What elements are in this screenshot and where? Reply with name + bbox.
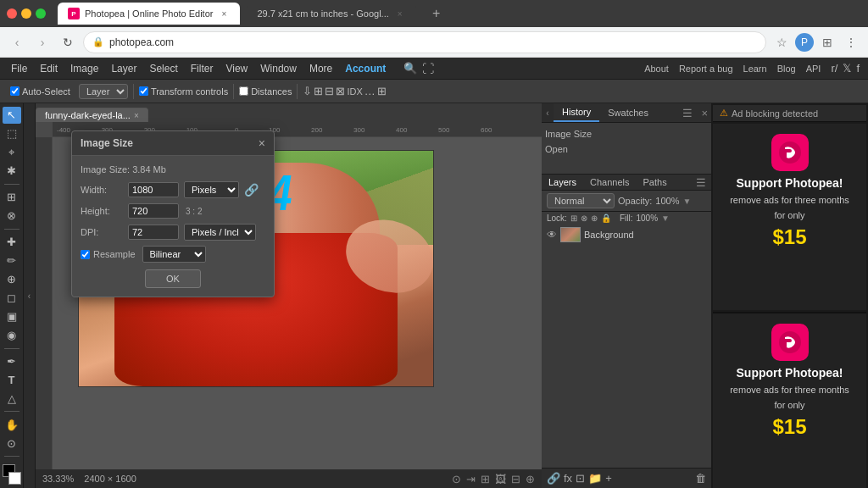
width-unit-select[interactable]: Pixels — [184, 181, 239, 198]
layers-panel-menu[interactable]: ☰ — [691, 176, 711, 189]
tool-pen[interactable]: ✒ — [3, 353, 21, 370]
api-link[interactable]: API — [806, 64, 821, 74]
status-icon-4[interactable]: 🖼 — [495, 473, 506, 485]
tool-zoom[interactable]: ⊙ — [3, 435, 21, 452]
menu-account[interactable]: Account — [339, 61, 392, 76]
status-icon-2[interactable]: ⇥ — [466, 473, 476, 485]
search-icon[interactable]: 🔍 — [403, 62, 417, 75]
ok-button[interactable]: OK — [145, 269, 201, 288]
lock-icon-3[interactable]: ⊕ — [591, 214, 598, 223]
blog-link[interactable]: Blog — [777, 64, 796, 74]
tool-heal[interactable]: ✚ — [3, 234, 21, 251]
about-link[interactable]: About — [644, 64, 669, 74]
resample-select[interactable]: Bilinear — [142, 246, 206, 263]
dpi-unit-select[interactable]: Pixels / Inch — [184, 224, 256, 241]
menu-select[interactable]: Select — [143, 61, 183, 76]
transform-controls-toggle[interactable]: Transform controls — [139, 86, 228, 97]
menu-image[interactable]: Image — [64, 61, 104, 76]
more-icon[interactable]: ⋮ — [841, 32, 861, 53]
history-item-image-size[interactable]: Image Size — [542, 126, 711, 141]
reddit-icon[interactable]: r/ — [831, 62, 837, 75]
blend-mode-select[interactable]: Normal — [547, 193, 615, 208]
report-bug-link[interactable]: Report a bug — [679, 64, 733, 74]
tab-layers[interactable]: Layers — [542, 175, 583, 190]
bg-color[interactable] — [8, 472, 21, 485]
tab-close-photopea[interactable]: × — [218, 8, 230, 19]
ad-block-1[interactable]: Support Photopea! remove ads for three m… — [713, 124, 866, 310]
address-bar[interactable]: 🔒 photopea.com — [83, 31, 766, 53]
menu-more[interactable]: More — [303, 61, 338, 76]
dpi-input[interactable] — [128, 225, 179, 240]
tab-channels[interactable]: Channels — [583, 175, 636, 190]
tool-crop[interactable]: ⊞ — [3, 189, 21, 206]
window-close[interactable] — [7, 8, 17, 19]
height-input[interactable] — [128, 203, 179, 219]
layer-link-icon[interactable]: 🔗 — [547, 472, 560, 485]
layer-mask-icon[interactable]: ⊡ — [576, 472, 585, 485]
status-icon-3[interactable]: ⊞ — [481, 473, 490, 485]
tool-select[interactable]: ⬚ — [3, 125, 21, 142]
toolbar-icon-1[interactable]: ⇩ — [303, 85, 312, 97]
tool-brush[interactable]: ✏ — [3, 252, 21, 269]
tool-shape[interactable]: △ — [3, 391, 21, 408]
bookmark-icon[interactable]: ☆ — [771, 32, 792, 53]
toolbar-icon-3[interactable]: ⊟ — [325, 85, 334, 97]
dialog-close-button[interactable]: × — [259, 136, 265, 150]
tool-text[interactable]: T — [3, 372, 21, 389]
reload-button[interactable]: ↻ — [58, 32, 78, 53]
layer-select[interactable]: Layer — [79, 84, 128, 99]
distances-toggle[interactable]: Distances — [239, 86, 292, 97]
tab-paths[interactable]: Paths — [637, 175, 674, 190]
tool-eraser[interactable]: ◻ — [3, 290, 21, 307]
facebook-icon[interactable]: f — [856, 62, 860, 75]
tool-move[interactable]: ↖ — [3, 107, 21, 124]
transform-checkbox[interactable] — [139, 86, 148, 96]
dialog-titlebar[interactable]: Image Size × — [72, 131, 274, 156]
tab-swatches[interactable]: Swatches — [599, 104, 657, 121]
status-icon-1[interactable]: ⊙ — [452, 473, 461, 485]
back-button[interactable]: ‹ — [7, 32, 27, 53]
layer-fx-icon[interactable]: fx — [564, 472, 572, 485]
toolbar-icon-5[interactable]: IDX — [347, 86, 362, 97]
auto-select-toggle[interactable]: Auto-Select — [5, 85, 75, 98]
history-item-open[interactable]: Open — [542, 141, 711, 157]
menu-window[interactable]: Window — [254, 61, 303, 76]
tool-wand[interactable]: ✱ — [3, 163, 21, 180]
toolbar-icon-4[interactable]: ⊠ — [336, 85, 345, 97]
color-switcher[interactable] — [3, 464, 21, 485]
opacity-expand[interactable]: ▼ — [683, 197, 692, 206]
toolbar-icon-2[interactable]: ⊞ — [314, 85, 323, 97]
toolbar-icon-6[interactable]: … — [364, 85, 376, 97]
tool-blur[interactable]: ◉ — [3, 327, 21, 344]
history-panel-menu[interactable]: ☰ — [677, 107, 698, 119]
resample-checkbox[interactable] — [81, 250, 90, 259]
menu-file[interactable]: File — [5, 61, 33, 76]
forward-button[interactable]: › — [32, 32, 53, 53]
left-panel-collapse[interactable]: ‹ — [24, 103, 36, 488]
menu-layer[interactable]: Layer — [105, 61, 142, 76]
tab-photopea[interactable]: P Photopea | Online Photo Editor × — [58, 3, 240, 25]
lock-icon-4[interactable]: 🔒 — [601, 214, 611, 223]
tab-close-google[interactable]: × — [394, 8, 406, 19]
layer-add-icon[interactable]: + — [605, 472, 612, 485]
auto-select-checkbox[interactable] — [10, 86, 19, 96]
history-close[interactable]: × — [698, 107, 711, 119]
menu-filter[interactable]: Filter — [185, 61, 220, 76]
canvas-tab-close[interactable]: × — [134, 111, 139, 120]
tool-hand[interactable]: ✋ — [3, 416, 21, 433]
menu-edit[interactable]: Edit — [34, 61, 64, 76]
tool-eyedropper[interactable]: ⊗ — [3, 208, 21, 225]
canvas-tab-main[interactable]: funny-dark-eyed-la... × — [36, 108, 148, 122]
new-tab-button[interactable]: + — [426, 3, 447, 24]
learn-link[interactable]: Learn — [743, 64, 767, 74]
toolbar-icon-7[interactable]: ⊞ — [377, 85, 387, 97]
distances-checkbox[interactable] — [239, 86, 248, 96]
ad-block-2[interactable]: Support Photopea! remove ads for three m… — [713, 312, 866, 488]
history-collapse[interactable]: ‹ — [542, 103, 554, 122]
layer-delete-icon[interactable]: 🗑 — [695, 472, 706, 485]
status-icon-5[interactable]: ⊟ — [511, 473, 520, 485]
menu-view[interactable]: View — [220, 61, 253, 76]
link-icon[interactable]: 🔗 — [244, 183, 259, 197]
layer-row-background[interactable]: 👁 Background — [542, 225, 711, 245]
extensions-icon[interactable]: ⊞ — [817, 32, 837, 53]
